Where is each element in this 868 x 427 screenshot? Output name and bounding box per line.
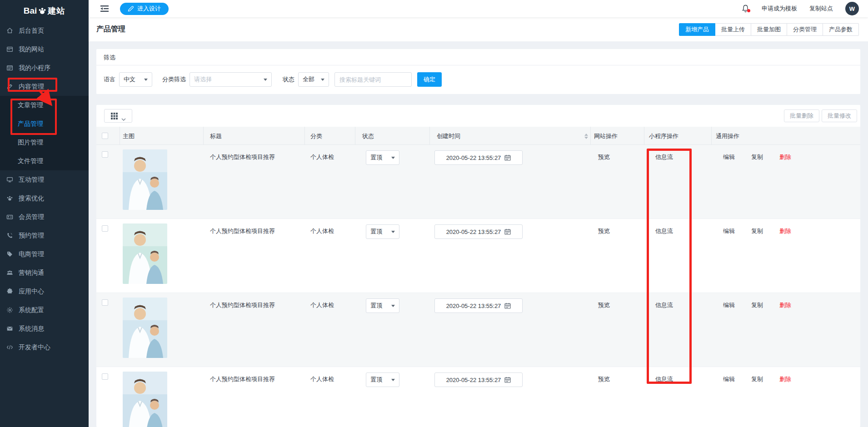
created-time-input[interactable]: 2020-05-22 13:55:27 — [434, 372, 523, 387]
column-header: 网站操作 — [594, 132, 618, 140]
delete-link[interactable]: 删除 — [779, 227, 791, 235]
status-select[interactable]: 置顶 — [366, 372, 399, 387]
sidebar-item-label: 内容管理 — [19, 83, 44, 91]
tab-action[interactable]: 分类管理 — [787, 23, 823, 36]
sidebar-item-booking[interactable]: 预约管理 — [0, 226, 89, 245]
sidebar-subitem[interactable]: 图片管理 — [0, 133, 89, 152]
row-checkbox[interactable] — [102, 151, 108, 158]
page-titlebar: 产品管理 新增产品批量上传批量加图分类管理产品参数 — [89, 17, 868, 41]
copy-link[interactable]: 复制 — [751, 375, 763, 383]
sidebar-item-label: 我的小程序 — [19, 64, 50, 72]
user-avatar[interactable]: W — [845, 2, 859, 15]
sidebar-item-apps[interactable]: 应用中心 — [0, 282, 89, 301]
select-all-checkbox[interactable] — [102, 133, 108, 139]
sidebar-item-ecommerce[interactable]: 电商管理 — [0, 245, 89, 263]
preview-link[interactable]: 预览 — [598, 375, 610, 383]
tab-action[interactable]: 批量上传 — [715, 23, 751, 36]
brand-logo: Bai建站 — [0, 0, 89, 21]
created-time-input[interactable]: 2020-05-22 13:55:27 — [434, 298, 523, 313]
sidebar-item-settings[interactable]: 系统配置 — [0, 301, 89, 319]
sidebar-item-home[interactable]: 后台首页 — [0, 21, 89, 40]
column-config-button[interactable] — [104, 109, 132, 123]
created-time-input[interactable]: 2020-05-22 13:55:27 — [434, 224, 523, 239]
sidebar-item-developer[interactable]: 开发者中心 — [0, 338, 89, 357]
notification-bell-icon[interactable] — [742, 5, 749, 13]
feed-link[interactable]: 信息流 — [655, 227, 673, 235]
status-select[interactable]: 全部 — [298, 72, 329, 87]
product-category: 个人体检 — [310, 375, 334, 383]
sidebar-item-label: 我的网站 — [19, 45, 44, 54]
sidebar-item-message[interactable]: 系统消息 — [0, 319, 89, 338]
collapse-sidebar-icon[interactable] — [100, 5, 109, 12]
sidebar-subitem[interactable]: 文章管理 — [0, 96, 89, 114]
table-body: 个人预约型体检项目推荐个人体检置顶2020-05-22 13:55:27预览信息… — [96, 145, 860, 427]
copy-site-link[interactable]: 复制站点 — [809, 5, 833, 13]
sidebar-subitem-label: 文件管理 — [18, 157, 43, 165]
category-placeholder: 请选择 — [194, 75, 212, 84]
sidebar-item-website[interactable]: 我的网站 — [0, 40, 89, 59]
edit-link[interactable]: 编辑 — [723, 153, 735, 161]
sidebar-item-label: 应用中心 — [19, 288, 44, 296]
copy-link[interactable]: 复制 — [751, 153, 763, 161]
row-checkbox[interactable] — [102, 299, 108, 306]
edit-link[interactable]: 编辑 — [723, 227, 735, 235]
sidebar-item-seo[interactable]: 搜索优化 — [0, 189, 89, 208]
sidebar-item-interaction[interactable]: 互动管理 — [0, 170, 89, 189]
status-select[interactable]: 置顶 — [366, 298, 399, 313]
sidebar-item-content[interactable]: 内容管理 — [0, 77, 89, 96]
preview-link[interactable]: 预览 — [598, 227, 610, 235]
sidebar-subitem[interactable]: 文件管理 — [0, 152, 89, 170]
edit-link[interactable]: 编辑 — [723, 375, 735, 383]
batch-delete-button[interactable]: 批量删除 — [784, 109, 819, 122]
grid-icon — [111, 113, 118, 119]
sidebar-item-marketing[interactable]: 营销沟通 — [0, 263, 89, 282]
sidebar-subitem-label: 文章管理 — [18, 101, 43, 109]
edit-link[interactable]: 编辑 — [723, 301, 735, 309]
feed-link[interactable]: 信息流 — [655, 301, 673, 309]
category-select[interactable]: 请选择 — [190, 72, 272, 87]
sidebar-item-miniprogram[interactable]: 我的小程序 — [0, 59, 89, 77]
copy-link[interactable]: 复制 — [751, 227, 763, 235]
enter-design-label: 进入设计 — [137, 5, 161, 13]
delete-link[interactable]: 删除 — [779, 375, 791, 383]
status-label: 状态 — [283, 75, 294, 84]
product-title: 个人预约型体检项目推荐 — [210, 375, 275, 383]
language-select[interactable]: 中文 — [119, 72, 152, 87]
tab-action[interactable]: 批量加图 — [751, 23, 787, 36]
developer-icon — [6, 344, 13, 351]
batch-edit-button[interactable]: 批量修改 — [822, 109, 857, 122]
status-select[interactable]: 置顶 — [366, 150, 399, 165]
product-image — [123, 372, 167, 427]
delete-link[interactable]: 删除 — [779, 153, 791, 161]
enter-design-button[interactable]: 进入设计 — [120, 3, 169, 15]
row-checkbox[interactable] — [102, 373, 108, 380]
sidebar-subitem-label: 产品管理 — [18, 120, 43, 128]
app-root: Bai建站 后台首页我的网站我的小程序内容管理文章管理产品管理图片管理文件管理互… — [0, 0, 868, 427]
feed-link[interactable]: 信息流 — [655, 153, 673, 161]
tab-action[interactable]: 产品参数 — [823, 23, 859, 36]
feed-link[interactable]: 信息流 — [655, 375, 673, 383]
column-header: 创建时间 — [437, 132, 460, 140]
filter-submit-button[interactable]: 确定 — [417, 72, 442, 87]
table-toolbar: 批量删除 批量修改 — [96, 105, 860, 127]
delete-link[interactable]: 删除 — [779, 301, 791, 309]
search-input[interactable] — [334, 72, 412, 87]
product-image — [123, 223, 167, 284]
chevron-down-icon — [391, 231, 395, 235]
column-header: 主图 — [123, 132, 135, 140]
miniprogram-icon — [6, 65, 13, 71]
row-checkbox[interactable] — [102, 225, 108, 232]
preview-link[interactable]: 预览 — [598, 301, 610, 309]
sort-toggle-icon[interactable] — [584, 132, 588, 141]
table-row: 个人预约型体检项目推荐个人体检置顶2020-05-22 13:55:27预览信息… — [96, 219, 860, 293]
sidebar-item-member[interactable]: 会员管理 — [0, 208, 89, 226]
apply-template-link[interactable]: 申请成为模板 — [762, 5, 797, 13]
created-time-input[interactable]: 2020-05-22 13:55:27 — [434, 150, 523, 165]
tab-active[interactable]: 新增产品 — [679, 23, 715, 36]
product-table-panel: 批量删除 批量修改 主图标题分类状态创建时间网站操作小程序操作通用操作 个人预约… — [96, 105, 860, 427]
sidebar-subitem[interactable]: 产品管理 — [0, 114, 89, 133]
status-select[interactable]: 置顶 — [366, 224, 399, 239]
pencil-icon — [128, 5, 134, 12]
copy-link[interactable]: 复制 — [751, 301, 763, 309]
preview-link[interactable]: 预览 — [598, 153, 610, 161]
